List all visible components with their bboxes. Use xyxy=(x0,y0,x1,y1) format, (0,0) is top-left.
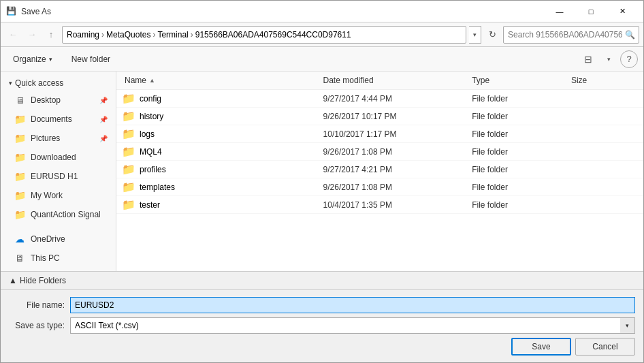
breadcrumb-guid[interactable]: 915566BA06ADA407569C544CC0D97611 xyxy=(195,30,351,40)
file-type: File folder xyxy=(469,112,568,121)
saveas-select[interactable]: ASCII Text (*.csv) xyxy=(70,317,635,334)
sidebar-item-desktop-label: Desktop xyxy=(31,95,61,105)
help-button[interactable]: ? xyxy=(620,50,638,68)
breadcrumb-roaming[interactable]: Roaming xyxy=(67,30,99,40)
sidebar-item-documents[interactable]: 📁 Documents 📌 xyxy=(1,110,116,129)
saveas-row: Save as type: ASCII Text (*.csv) ▾ xyxy=(9,317,635,334)
pin-icon-pictures: 📌 xyxy=(99,135,108,142)
file-name-cell: 📁 config xyxy=(122,92,321,105)
up-button[interactable]: ↑ xyxy=(43,27,59,43)
file-date: 10/4/2017 1:35 PM xyxy=(321,200,470,210)
folder-icon: 📁 xyxy=(122,110,135,123)
search-input[interactable] xyxy=(503,26,639,44)
folder-icon: 📁 xyxy=(122,92,135,105)
table-row[interactable]: 📁 config 9/27/2017 4:44 PM File folder xyxy=(116,90,643,108)
address-path[interactable]: Roaming › MetaQuotes › Terminal › 915566… xyxy=(62,26,466,44)
maximize-button[interactable]: □ xyxy=(575,1,607,22)
new-folder-button[interactable]: New folder xyxy=(65,50,117,68)
window-icon: 💾 xyxy=(6,6,17,17)
organize-label: Organize xyxy=(13,54,46,64)
title-controls: — □ ✕ xyxy=(544,1,638,22)
col-header-name[interactable]: Name ▲ xyxy=(122,74,321,86)
file-name: profiles xyxy=(140,165,166,174)
sidebar-item-pictures[interactable]: 📁 Pictures 📌 xyxy=(1,129,116,148)
sidebar-item-pictures-label: Pictures xyxy=(31,133,60,143)
filename-input[interactable] xyxy=(70,297,635,313)
file-type: File folder xyxy=(469,129,568,139)
file-type: File folder xyxy=(469,183,568,192)
mywork-icon: 📁 xyxy=(14,190,25,201)
sidebar-item-quantaction-label: QuantAction Signal xyxy=(31,210,101,219)
file-date: 10/10/2017 1:17 PM xyxy=(321,129,470,139)
toolbar: Organize ▾ New folder ⊟ ▾ ? xyxy=(1,47,643,72)
sidebar-item-eurusd[interactable]: 📁 EURUSD H1 xyxy=(1,167,116,186)
quick-access-label: Quick access xyxy=(15,78,63,88)
cancel-button[interactable]: Cancel xyxy=(575,338,635,356)
table-row[interactable]: 📁 MQL4 9/26/2017 1:08 PM File folder xyxy=(116,143,643,161)
sidebar-section-quick-access[interactable]: ▾ Quick access xyxy=(1,74,116,91)
sidebar-item-downloaded[interactable]: 📁 Downloaded xyxy=(1,148,116,167)
save-button[interactable]: Save xyxy=(511,338,571,356)
col-header-size[interactable]: Size xyxy=(568,74,638,86)
forward-button[interactable]: → xyxy=(24,27,40,43)
minimize-button[interactable]: — xyxy=(544,1,575,22)
pictures-icon: 📁 xyxy=(14,133,25,144)
file-name: MQL4 xyxy=(140,147,162,157)
breadcrumb-metaquotes[interactable]: MetaQuotes xyxy=(106,30,150,40)
file-date: 9/26/2017 10:17 PM xyxy=(321,112,470,121)
refresh-button[interactable]: ↻ xyxy=(484,27,500,43)
sidebar-item-onedrive[interactable]: ☁ OneDrive xyxy=(1,230,116,249)
col-header-type[interactable]: Type xyxy=(469,74,568,86)
file-name: tester xyxy=(140,200,160,210)
sidebar: ▾ Quick access 🖥 Desktop 📌 📁 Documents 📌… xyxy=(1,72,116,271)
sidebar-item-quantaction[interactable]: 📁 QuantAction Signal xyxy=(1,205,116,224)
folder-icon: 📁 xyxy=(122,180,135,193)
view-dropdown-icon: ▾ xyxy=(607,56,611,63)
close-button[interactable]: ✕ xyxy=(607,1,638,22)
sidebar-item-eurusd-label: EURUSD H1 xyxy=(31,172,78,181)
saveas-label: Save as type: xyxy=(9,321,70,330)
table-row[interactable]: 📁 profiles 9/27/2017 4:21 PM File folder xyxy=(116,161,643,178)
filename-row: File name: xyxy=(9,297,635,313)
address-bar: ← → ↑ Roaming › MetaQuotes › Terminal › … xyxy=(1,22,643,47)
file-list: Name ▲ Date modified Type Size 📁 config … xyxy=(116,72,643,271)
sidebar-item-mywork[interactable]: 📁 My Work xyxy=(1,186,116,205)
hide-folders-chevron: ▲ xyxy=(9,276,17,285)
sidebar-item-onedrive-label: OneDrive xyxy=(31,234,65,244)
hide-folders-row: ▲ Hide Folders xyxy=(1,271,643,289)
sidebar-item-thispc-label: This PC xyxy=(31,253,60,263)
file-list-header: Name ▲ Date modified Type Size xyxy=(116,72,643,90)
back-button[interactable]: ← xyxy=(5,27,21,43)
view-dropdown-button[interactable]: ▾ xyxy=(600,50,617,68)
table-row[interactable]: 📁 logs 10/10/2017 1:17 PM File folder xyxy=(116,125,643,143)
onedrive-icon: ☁ xyxy=(14,234,25,244)
desktop-icon: 🖥 xyxy=(14,95,25,106)
filename-label: File name: xyxy=(9,300,70,310)
file-name: templates xyxy=(140,183,175,192)
file-name-cell: 📁 templates xyxy=(122,180,321,193)
new-folder-label: New folder xyxy=(71,54,110,64)
breadcrumb-terminal[interactable]: Terminal xyxy=(157,30,188,40)
organize-button[interactable]: Organize ▾ xyxy=(6,50,59,68)
quantaction-icon: 📁 xyxy=(14,209,25,220)
table-row[interactable]: 📁 templates 9/26/2017 1:08 PM File folde… xyxy=(116,178,643,196)
file-name-cell: 📁 profiles xyxy=(122,163,321,176)
address-dropdown[interactable]: ▾ xyxy=(469,26,481,44)
table-row[interactable]: 📁 history 9/26/2017 10:17 PM File folder xyxy=(116,108,643,125)
search-icon: 🔍 xyxy=(625,30,635,40)
hide-folders-button[interactable]: ▲ Hide Folders xyxy=(6,274,69,287)
hide-folders-label: Hide Folders xyxy=(20,276,66,285)
file-name-cell: 📁 MQL4 xyxy=(122,145,321,158)
documents-icon: 📁 xyxy=(14,114,25,125)
saveas-select-wrapper: ASCII Text (*.csv) ▾ xyxy=(70,317,635,334)
sidebar-item-thispc[interactable]: 🖥 This PC xyxy=(1,249,116,268)
file-type: File folder xyxy=(469,200,568,210)
view-button[interactable]: ⊟ xyxy=(579,50,597,68)
folder-icon: 📁 xyxy=(122,198,135,211)
col-header-date[interactable]: Date modified xyxy=(321,74,470,86)
table-row[interactable]: 📁 tester 10/4/2017 1:35 PM File folder xyxy=(116,196,643,214)
file-type: File folder xyxy=(469,147,568,157)
save-as-dialog: 💾 Save As — □ ✕ ← → ↑ Roaming › MetaQuot… xyxy=(0,0,644,363)
sidebar-item-desktop[interactable]: 🖥 Desktop 📌 xyxy=(1,91,116,110)
file-date: 9/27/2017 4:44 PM xyxy=(321,94,470,104)
